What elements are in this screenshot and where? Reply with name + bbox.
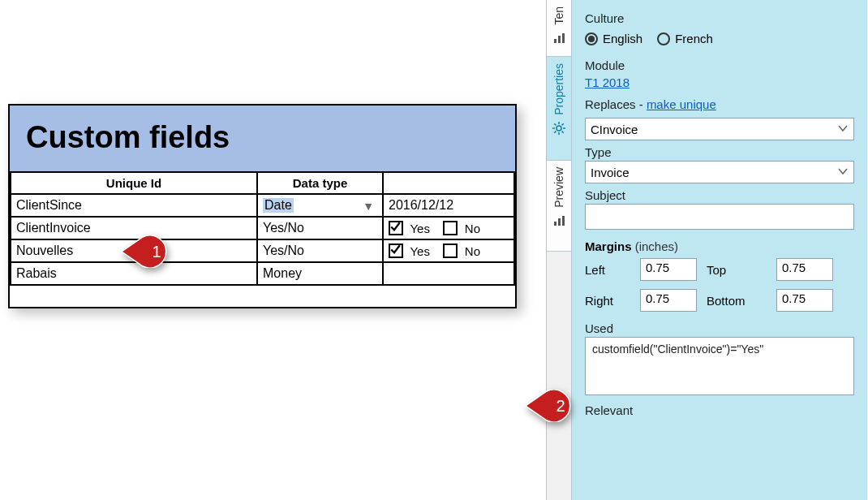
tab-properties[interactable]: Properties [547, 57, 571, 161]
svg-rect-2 [562, 33, 565, 43]
type-combo[interactable]: Invoice [585, 161, 854, 183]
tab-preview[interactable]: Preview [547, 161, 571, 252]
no-label: No [465, 222, 480, 235]
culture-french-radio[interactable]: French [657, 32, 713, 45]
custom-fields-table: Unique Id Data type ClientSince Date ▼ 2… [10, 171, 515, 286]
table-row[interactable]: Nouvelles Yes/No Yes No [11, 239, 514, 262]
cell-type[interactable]: Yes/No [257, 239, 383, 262]
margin-bottom-input[interactable]: 0.75 [776, 289, 833, 312]
module-link[interactable]: T1 2018 [585, 75, 630, 89]
used-label: Used [585, 321, 854, 335]
svg-rect-0 [554, 39, 556, 43]
cell-id[interactable]: Rabais [11, 262, 257, 285]
table-row[interactable]: ClientSince Date ▼ 2016/12/12 [11, 194, 514, 217]
checkbox-yes[interactable] [389, 244, 403, 258]
chevron-down-icon [837, 166, 849, 179]
replaces-combo[interactable]: CInvoice [585, 118, 854, 140]
replaces-label: Replaces - [585, 97, 647, 111]
replaces-value: CInvoice [591, 123, 638, 136]
svg-point-3 [556, 126, 561, 131]
chart-bars-icon [552, 32, 565, 47]
type-selected: Date [263, 198, 294, 213]
radio-label: French [675, 32, 713, 45]
relevant-label: Relevant [585, 403, 854, 417]
cell-id[interactable]: ClientSince [11, 194, 257, 217]
svg-line-10 [554, 131, 556, 132]
right-properties-area: Ten Properties Preview Culture [546, 0, 867, 500]
chevron-down-icon [837, 123, 849, 136]
properties-tabstrip: Ten Properties Preview [547, 0, 572, 500]
culture-label: Culture [585, 11, 854, 25]
cell-type[interactable]: Yes/No [257, 217, 383, 239]
cell-value[interactable]: Yes No [383, 217, 514, 239]
margin-left-label: Left [585, 263, 630, 277]
svg-rect-12 [554, 222, 556, 226]
chevron-down-icon[interactable]: ▼ [363, 200, 374, 213]
subject-input-wrap[interactable] [585, 204, 854, 230]
type-label: Type [585, 145, 854, 159]
culture-english-radio[interactable]: English [585, 32, 642, 45]
svg-rect-13 [558, 218, 561, 226]
margin-top-label: Top [707, 263, 767, 277]
checkbox-no[interactable] [443, 221, 458, 235]
cell-type[interactable]: Date ▼ [257, 194, 383, 217]
margins-label: Margins (inches) [585, 239, 678, 253]
replaces-make-unique-link[interactable]: make unique [647, 97, 716, 111]
yes-label: Yes [410, 222, 429, 235]
cell-id[interactable]: Nouvelles [11, 239, 257, 262]
margin-right-label: Right [585, 294, 630, 308]
module-label: Module [585, 58, 854, 72]
cell-type[interactable]: Money [257, 262, 383, 285]
cell-value[interactable] [383, 262, 514, 285]
cell-id[interactable]: ClientInvoice [11, 217, 257, 239]
table-row[interactable]: Rabais Money [11, 262, 514, 285]
properties-body: Culture English French Module T1 2018 Re… [572, 0, 867, 500]
margin-right-input[interactable]: 0.75 [640, 289, 697, 312]
margin-left-input[interactable]: 0.75 [640, 258, 697, 281]
tab-ten[interactable]: Ten [547, 0, 571, 57]
yes-label: Yes [410, 244, 429, 258]
panel-title: Custom fields [10, 106, 515, 171]
table-row[interactable]: ClientInvoice Yes/No Yes No [11, 217, 514, 239]
subject-label: Subject [585, 188, 854, 202]
checkbox-yes[interactable] [389, 221, 403, 235]
svg-line-8 [554, 123, 556, 125]
svg-rect-14 [562, 216, 565, 226]
margin-top-input[interactable]: 0.75 [776, 258, 833, 281]
cell-value[interactable]: Yes No [383, 239, 514, 262]
chart-bars-icon [552, 214, 565, 230]
type-value: Invoice [591, 166, 630, 179]
col-unique-id: Unique Id [11, 172, 257, 194]
col-value [383, 172, 514, 194]
cell-value[interactable]: 2016/12/12 [383, 194, 514, 217]
svg-line-11 [562, 123, 564, 125]
subject-input[interactable] [591, 209, 849, 225]
checkbox-no[interactable] [443, 244, 458, 258]
col-data-type: Data type [257, 172, 383, 194]
used-expression-input[interactable] [591, 341, 849, 391]
no-label: No [465, 244, 480, 258]
svg-line-9 [562, 131, 564, 132]
svg-rect-1 [558, 36, 561, 43]
gear-icon [552, 122, 565, 137]
custom-fields-panel: Custom fields Unique Id Data type Client… [8, 104, 517, 308]
radio-label: English [603, 32, 642, 45]
used-expression-box[interactable] [585, 337, 854, 395]
margin-bottom-label: Bottom [707, 294, 767, 308]
